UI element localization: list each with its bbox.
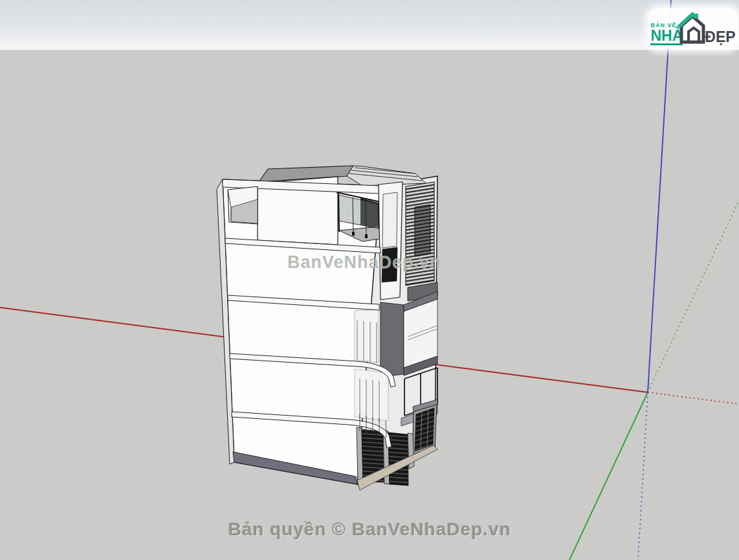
axis-z-solid [648,0,671,392]
center-watermark: BanVeNhaDep.vn [287,252,441,273]
c-frame-recess [404,299,437,368]
c-frame-side-panel [381,302,404,377]
post-foot [365,234,368,238]
building-model[interactable] [217,166,437,490]
brand-logo: BẢN VẼ NHÀ ĐẸP [648,8,738,49]
side-gate-slats [415,408,434,451]
copyright-text: Bản quyền © BanVeNhaDep.vn [0,519,739,540]
house-icon [675,10,709,48]
post-foot [352,232,355,236]
axis-y-dotted [648,201,739,392]
3d-scene[interactable] [0,0,739,560]
floor3-balcony-recess [355,309,379,363]
pergola-deck [347,166,426,186]
logo-word-dep: ĐẸP [705,30,735,45]
tower-window-frame [382,192,397,248]
sketchup-viewport[interactable]: BanVeNhaDep.vn Bản quyền © BanVeNhaDep.v… [0,0,739,560]
axis-x-dotted [648,392,739,404]
